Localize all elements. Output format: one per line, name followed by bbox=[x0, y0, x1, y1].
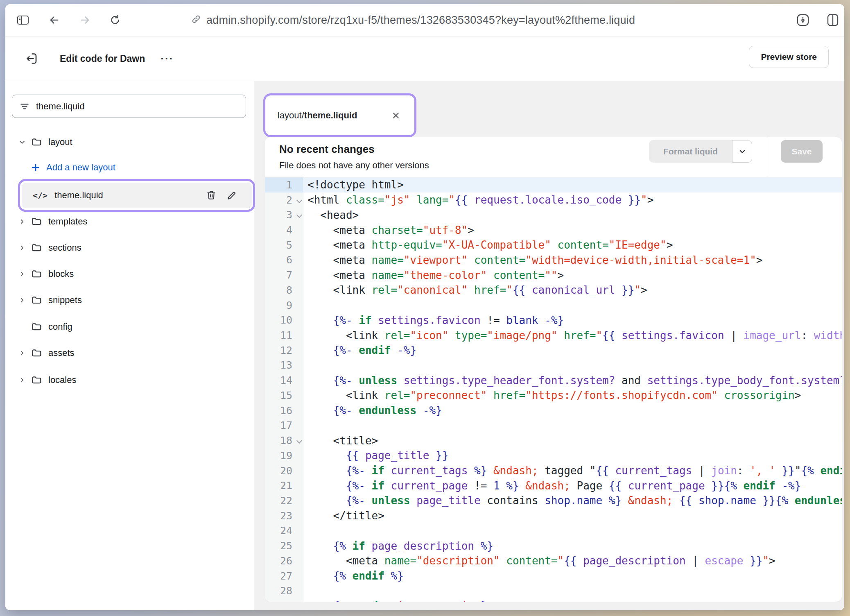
code-line[interactable]: 5 <meta http-equiv="X-UA-Compatible" con… bbox=[265, 238, 842, 253]
code-line[interactable]: 8 <link rel="canonical" href="{{ canonic… bbox=[265, 283, 842, 298]
line-number[interactable]: 3 bbox=[265, 207, 303, 222]
code-line[interactable]: 15 <link rel="preconnect" href="https://… bbox=[265, 388, 842, 403]
reload-icon[interactable] bbox=[109, 4, 121, 36]
code-line[interactable]: 17 bbox=[265, 418, 842, 433]
code-line[interactable]: 6 <meta name="viewport" content="width=d… bbox=[265, 253, 842, 268]
code-text: <meta name="theme-color" content=""> bbox=[303, 269, 564, 281]
line-number[interactable]: 1 bbox=[265, 177, 303, 192]
code-line[interactable]: 4 <meta charset="utf-8"> bbox=[265, 222, 842, 238]
format-liquid-button[interactable]: Format liquid bbox=[649, 140, 732, 163]
sidebar-item-layout[interactable]: layout bbox=[5, 132, 254, 152]
code-line[interactable]: 3 <head> bbox=[265, 207, 842, 222]
line-number[interactable]: 20 bbox=[265, 463, 303, 478]
line-number[interactable]: 25 bbox=[265, 538, 303, 553]
code-line[interactable]: 25 {% if page_description %} bbox=[265, 538, 842, 553]
sidebar-toggle-icon[interactable] bbox=[17, 4, 29, 36]
sidebar-item-theme-liquid[interactable]: </> theme.liquid bbox=[22, 183, 252, 208]
line-number[interactable]: 26 bbox=[265, 553, 303, 568]
chevron-right-icon[interactable] bbox=[15, 349, 29, 357]
close-tab-icon[interactable] bbox=[389, 109, 403, 122]
page-settings-icon[interactable] bbox=[796, 4, 810, 36]
line-number[interactable]: 15 bbox=[265, 388, 303, 403]
delete-file-icon[interactable] bbox=[206, 190, 217, 201]
code-line[interactable]: 16 {%- endunless -%} bbox=[265, 403, 842, 418]
line-number[interactable]: 29 bbox=[265, 598, 303, 602]
back-icon[interactable] bbox=[48, 4, 60, 36]
line-number[interactable]: 21 bbox=[265, 478, 303, 493]
line-number[interactable]: 9 bbox=[265, 298, 303, 313]
code-line[interactable]: 1<!doctype html> bbox=[265, 177, 842, 192]
rename-file-icon[interactable] bbox=[226, 190, 237, 201]
code-line[interactable]: 11 <link rel="icon" type="image/png" hre… bbox=[265, 328, 842, 343]
tab-layout-theme-liquid[interactable]: layout/ theme.liquid bbox=[278, 95, 403, 135]
sidebar-item-templates[interactable]: templates bbox=[5, 211, 254, 232]
line-number[interactable]: 13 bbox=[265, 358, 303, 373]
forward-icon[interactable] bbox=[79, 4, 91, 36]
line-number[interactable]: 2 bbox=[265, 192, 303, 208]
chevron-right-icon[interactable] bbox=[15, 296, 29, 304]
line-number[interactable]: 22 bbox=[265, 493, 303, 508]
code-line[interactable]: 18 <title> bbox=[265, 433, 842, 448]
add-new-layout-link[interactable]: Add a new layout bbox=[5, 157, 254, 178]
code-line[interactable]: 21 {%- if current_page != 1 %} &ndash; P… bbox=[265, 478, 842, 493]
sidebar-item-assets[interactable]: assets bbox=[5, 343, 254, 363]
folder-icon bbox=[31, 322, 42, 332]
sidebar-item-locales[interactable]: locales bbox=[5, 370, 254, 390]
fold-chevron-icon[interactable] bbox=[297, 439, 301, 443]
format-options-dropdown[interactable] bbox=[732, 140, 752, 163]
line-number[interactable]: 5 bbox=[265, 238, 303, 253]
chevron-right-icon[interactable] bbox=[15, 376, 29, 384]
code-line[interactable]: 19 {{ page_title }} bbox=[265, 448, 842, 463]
line-number[interactable]: 7 bbox=[265, 267, 303, 283]
code-line[interactable]: 23 </title> bbox=[265, 508, 842, 523]
line-number[interactable]: 12 bbox=[265, 343, 303, 358]
line-number[interactable]: 4 bbox=[265, 222, 303, 238]
chevron-down-icon[interactable] bbox=[15, 138, 29, 146]
line-number[interactable]: 10 bbox=[265, 313, 303, 328]
line-number[interactable]: 16 bbox=[265, 403, 303, 418]
split-view-icon[interactable] bbox=[826, 4, 840, 36]
line-number[interactable]: 27 bbox=[265, 568, 303, 584]
code-line[interactable]: 14 {%- unless settings.type_header_font.… bbox=[265, 373, 842, 388]
code-editor[interactable]: 1<!doctype html>2<html class="js" lang="… bbox=[265, 177, 842, 602]
chevron-right-icon[interactable] bbox=[15, 244, 29, 252]
save-button[interactable]: Save bbox=[781, 140, 823, 163]
code-line[interactable]: 9 bbox=[265, 298, 842, 313]
line-number[interactable]: 11 bbox=[265, 328, 303, 343]
code-line[interactable]: 7 <meta name="theme-color" content=""> bbox=[265, 267, 842, 283]
overflow-menu-icon[interactable]: ··· bbox=[161, 53, 174, 64]
line-number[interactable]: 19 bbox=[265, 448, 303, 463]
fold-chevron-icon[interactable] bbox=[297, 213, 301, 217]
chevron-right-icon[interactable] bbox=[15, 217, 29, 226]
fold-chevron-icon[interactable] bbox=[297, 198, 301, 203]
line-number[interactable]: 18 bbox=[265, 433, 303, 448]
exit-editor-icon[interactable] bbox=[25, 52, 38, 65]
code-line[interactable]: 26 <meta name="description" content="{{ … bbox=[265, 553, 842, 568]
line-number[interactable]: 8 bbox=[265, 283, 303, 298]
sidebar-item-blocks[interactable]: blocks bbox=[5, 264, 254, 284]
code-line[interactable]: 24 bbox=[265, 523, 842, 539]
code-line[interactable]: 2<html class="js" lang="{{ request.local… bbox=[265, 192, 842, 208]
code-line[interactable]: 10 {%- if settings.favicon != blank -%} bbox=[265, 313, 842, 328]
code-line[interactable]: 28 bbox=[265, 583, 842, 598]
line-number[interactable]: 24 bbox=[265, 523, 303, 539]
code-line[interactable]: 22 {%- unless page_title contains shop.n… bbox=[265, 493, 842, 508]
chevron-right-icon[interactable] bbox=[15, 270, 29, 278]
line-number[interactable]: 14 bbox=[265, 373, 303, 388]
file-search[interactable] bbox=[12, 95, 246, 118]
sidebar-item-sections[interactable]: sections bbox=[5, 238, 254, 258]
sidebar-item-config[interactable]: config bbox=[5, 317, 254, 337]
code-line[interactable]: 27 {% endif %} bbox=[265, 568, 842, 584]
sidebar-item-snippets[interactable]: snippets bbox=[5, 290, 254, 310]
line-number[interactable]: 6 bbox=[265, 253, 303, 268]
search-input[interactable] bbox=[36, 101, 233, 112]
address-bar[interactable]: admin.shopify.com/store/rzq1xu-f5/themes… bbox=[191, 4, 635, 36]
line-number[interactable]: 17 bbox=[265, 418, 303, 433]
line-number[interactable]: 23 bbox=[265, 508, 303, 523]
preview-store-button[interactable]: Preview store bbox=[749, 46, 829, 68]
code-line[interactable]: 13 bbox=[265, 358, 842, 373]
code-line[interactable]: 12 {%- endif -%} bbox=[265, 343, 842, 358]
code-line[interactable]: 29 {% render 'meta-tags' %} bbox=[265, 598, 842, 602]
code-line[interactable]: 20 {%- if current_tags %} &ndash; tagged… bbox=[265, 463, 842, 478]
line-number[interactable]: 28 bbox=[265, 583, 303, 598]
